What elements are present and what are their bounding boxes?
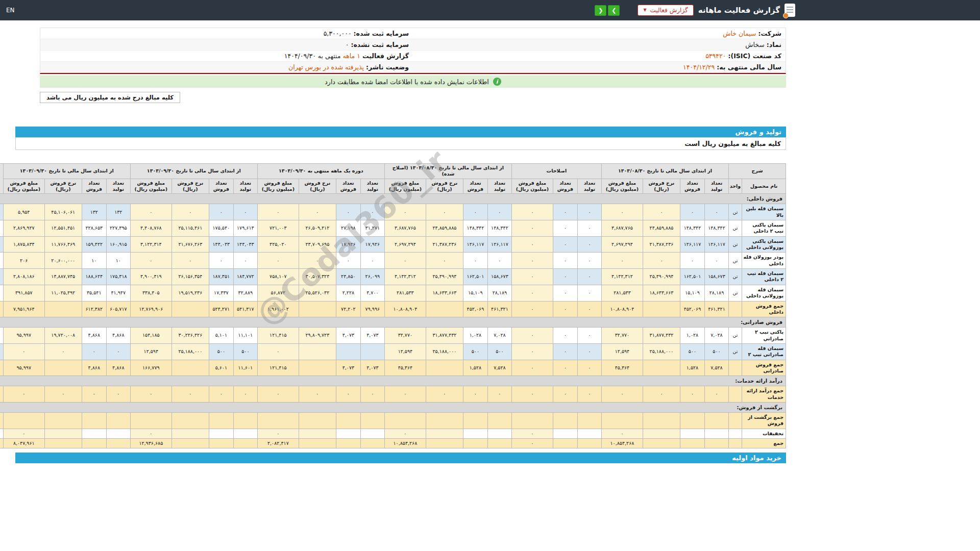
isic-label: کد صنعت (ISIC):: [728, 52, 781, 60]
value-cell-g1-prod: [704, 438, 728, 448]
sub-header-rate: نرخ فروش (ریال): [426, 179, 463, 194]
sub-header-amount: مبلغ فروش (میلیون ریال): [130, 179, 172, 194]
report-type-dropdown-label: گزارش فعالیت: [650, 7, 688, 14]
page: شرکت: سیمان خاش سرمایه ثبت شده: ۵,۳۰۰,۰۰…: [0, 28, 801, 463]
value-cell-g2-sold: [463, 429, 487, 438]
value-cell-g2-rate: ۰: [426, 253, 463, 269]
value-cell-ytd-sold: [209, 412, 233, 429]
value-cell-adj-amount: ۰: [511, 236, 553, 253]
status-cell: [0, 360, 3, 376]
value-cell-ytd-amount: ۱۵۴,۱۸۵: [130, 328, 172, 344]
value-cell-g2-amount: ۴۵,۳۶۴: [384, 360, 426, 376]
value-cell-g1-rate: [643, 412, 680, 429]
value-cell-prev-prod: ۶۰۵,۷۱۷: [106, 301, 130, 317]
value-cell-g2-sold: [463, 412, 487, 429]
value-cell-adj-prod: ۰: [577, 386, 601, 403]
total-row: جمع۱۰,۸۵۴,۲۶۸۰۱۰,۸۵۴,۲۶۸۲,۰۸۲,۴۱۷۱۲,۹۳۶,…: [0, 438, 786, 448]
report-type-dropdown[interactable]: گزارش فعالیت ▼: [638, 5, 693, 16]
amounts-note-wrap: کلیه مبالغ درج شده به میلیون ریال می باش…: [40, 92, 786, 103]
unit-cell: تن: [728, 343, 742, 360]
value-cell-period-rate: ۲۵,۵۲۶,۰۳۲: [299, 285, 336, 301]
nav-forward-button[interactable]: ❯: [608, 5, 620, 16]
value-cell-ytd-rate: ۱۹,۵۱۹,۲۳۶: [172, 285, 209, 301]
value-cell-ytd-sold: ۰: [209, 386, 233, 403]
value-cell-g1-prod: ۵۰۰: [704, 343, 728, 360]
value-cell-ytd-prod: ۱۱,۶۰۱: [233, 360, 257, 376]
isic-value: ۵۳۹۴۲۰: [705, 52, 726, 60]
value-cell-ytd-rate: [172, 412, 209, 429]
value-cell-g1-rate: ۰: [643, 386, 680, 403]
group-header: از ابتدای سال مالی تا تاریخ ۱۴۰۴/۰۸/۳۰: [601, 164, 728, 179]
value-cell-prev-rate: [44, 360, 82, 376]
value-cell-period-sold: ۲۴,۸۵۰: [336, 269, 360, 285]
value-cell-prev-amount: ۹۵,۹۹۷: [3, 360, 44, 376]
value-cell-adj-amount: ۰: [511, 429, 553, 438]
value-cell-period-sold: ۰: [336, 386, 360, 403]
unit-cell: تن: [728, 269, 742, 285]
value-cell-g1-rate: ۳۱,۸۷۷,۴۳۲: [643, 328, 680, 344]
value-cell-g2-rate: [426, 438, 463, 448]
product-name-cell: سیمان فله پوزولانی داخلی: [742, 285, 786, 301]
company-label: شرکت:: [758, 30, 781, 37]
value-cell-g2-amount: ۴,۱۴۲,۳۱۲: [384, 269, 426, 285]
value-cell-g2-amount: ۱۲,۵۹۴: [384, 343, 426, 360]
value-cell-g2-rate: ۱۸,۶۳۳,۶۶۳: [426, 285, 463, 301]
value-cell-period-sold: [336, 343, 360, 360]
value-cell-period-prod: ۰: [360, 386, 384, 403]
group-header: اصلاحات: [511, 164, 601, 179]
value-cell-g1-amount: ۰: [601, 386, 643, 403]
value-cell-prev-sold: ۳۵,۵۴۱: [82, 285, 106, 301]
value-cell-g2-amount: ۱۰,۸۵۴,۲۶۸: [384, 438, 426, 448]
product-name-cell: سیمان فله بلین بالا: [742, 204, 786, 220]
nav-back-button[interactable]: ❮: [595, 5, 606, 16]
value-cell-g1-sold: ۰: [680, 253, 704, 269]
value-cell-g2-sold: ۱۲۶,۱۱۷: [463, 236, 487, 253]
value-cell-ytd-amount: [130, 412, 172, 429]
value-cell-prev-rate: [44, 438, 82, 448]
value-cell-adj-prod: [577, 429, 601, 438]
value-cell-period-amount: [257, 412, 299, 429]
sub-header-prod: تعداد تولید: [233, 179, 257, 194]
value-cell-ytd-rate: ۲۵,۱۸۸,۰۰۰: [172, 343, 209, 360]
company-value[interactable]: سیمان خاش: [723, 30, 756, 37]
unit-cell: [728, 386, 742, 403]
value-cell-g1-amount: ۲۸۱,۵۳۳: [601, 285, 643, 301]
value-cell-period-sold: ۴,۰۷۳: [336, 360, 360, 376]
value-cell-period-amount: ۴۲۵,۰۲۰: [257, 236, 299, 253]
value-cell-period-prod: ۲۶,۰۹۹: [360, 269, 384, 285]
value-cell-g1-rate: ۲۴,۸۵۹,۸۸۵: [643, 220, 680, 237]
sub-header-prod: تعداد تولید: [106, 179, 130, 194]
product-name-cell: جمع فروش داخلی: [742, 301, 786, 317]
value-cell-g2-amount: ۲,۶۹۷,۲۹۴: [384, 236, 426, 253]
language-link[interactable]: EN: [6, 7, 15, 14]
sub-header-amount: مبلغ فروش (میلیون ریال): [384, 179, 426, 194]
value-cell-g1-sold: ۱,۵۲۸: [680, 360, 704, 376]
product-row: پودر پوزولان فله داخلیتن۰۰۰۰۰۰۰۰۰۰۰۰۰۰۰۰…: [0, 253, 786, 269]
value-cell-ytd-sold: ۱۷۵,۵۴۰: [209, 220, 233, 237]
value-cell-period-prod: ۴,۰۷۳: [360, 360, 384, 376]
value-cell-ytd-rate: ۳۰,۲۲۶,۴۲۶: [172, 328, 209, 344]
status-cell: تولید: [0, 220, 3, 237]
value-cell-ytd-prod: ۱۷۹,۶۱۳: [233, 220, 257, 237]
value-cell-g2-prod: ۴۶۱,۳۲۱: [487, 301, 511, 317]
value-cell-adj-prod: ۰: [577, 236, 601, 253]
status-cell: تولید: [0, 328, 3, 344]
value-cell-g2-rate: ۳۱,۸۷۷,۴۳۲: [426, 328, 463, 344]
value-cell-adj-amount: ۰: [511, 253, 553, 269]
product-name-header: نام محصول: [742, 179, 786, 194]
value-cell-g2-prod: ۰: [487, 204, 511, 220]
info-row: کد صنعت (ISIC): ۵۳۹۴۲۰ گزارش فعالیت ۱ ما…: [40, 51, 786, 62]
value-cell-adj-prod: [577, 438, 601, 448]
sub-header-rate: نرخ فروش (ریال): [643, 179, 680, 194]
group-header: از ابتدای سال مالی تا تاریخ ۱۴۰۴/۰۹/۳۰: [130, 164, 257, 179]
sub-header-sold: تعداد فروش: [336, 179, 360, 194]
signature-match-text: اطلاعات نمایش داده شده با اطلاعات امضا ش…: [325, 78, 488, 86]
value-cell-g1-sold: ۱۴۸,۳۴۲: [680, 220, 704, 237]
symbol-label: نماد:: [767, 41, 781, 48]
value-cell-period-amount: ۷۵۸,۱۰۷: [257, 269, 299, 285]
value-cell-g1-prod: ۱۴۸,۳۴۲: [704, 220, 728, 237]
value-cell-g1-prod: [704, 412, 728, 429]
sub-header-rate: نرخ فروش (ریال): [44, 179, 82, 194]
value-cell-g2-rate: ۰: [426, 386, 463, 403]
value-cell-ytd-sold: [209, 429, 233, 438]
